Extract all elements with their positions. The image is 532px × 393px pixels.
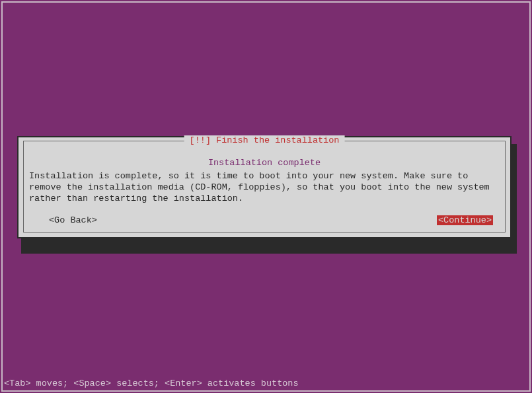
installer-dialog: [!!] Finish the installation Installatio… bbox=[17, 136, 512, 238]
dialog-title: [!!] Finish the installation bbox=[184, 135, 345, 145]
dialog-buttons: <Go Back> <Continue> bbox=[24, 215, 505, 225]
help-bar: <Tab> moves; <Space> selects; <Enter> ac… bbox=[4, 378, 299, 388]
dialog-body-text: Installation is complete, so it is time … bbox=[29, 171, 500, 205]
dialog-border: [!!] Finish the installation Installatio… bbox=[23, 141, 506, 232]
continue-button[interactable]: <Continue> bbox=[437, 215, 493, 225]
dialog-subtitle: Installation complete bbox=[24, 158, 505, 168]
go-back-button[interactable]: <Go Back> bbox=[48, 215, 98, 225]
